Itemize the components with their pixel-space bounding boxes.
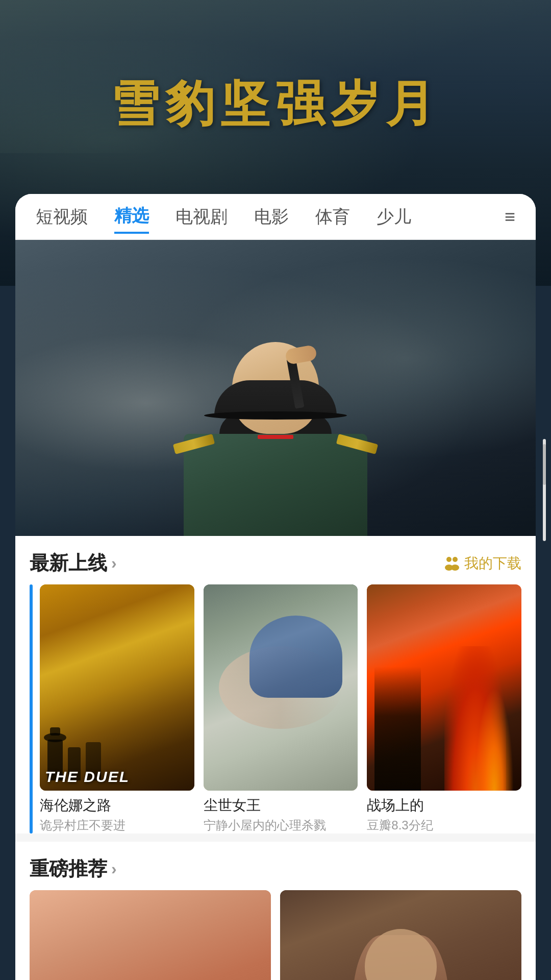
movie-card-duel[interactable]: THE DUEL 海伦娜之路 诡异村庄不要进 bbox=[40, 584, 194, 834]
movie-thumb-battle bbox=[367, 584, 521, 791]
svg-point-1 bbox=[453, 557, 458, 562]
movie-title-queen: 尘世女王 bbox=[204, 796, 358, 815]
recommend-cards: 全20集 爱的代价 全40集 江湖正道·斗顽匪 bbox=[30, 890, 521, 980]
recommend-card-river[interactable]: 全40集 江湖正道·斗顽匪 bbox=[280, 890, 521, 980]
nav-tabs: 短视频 精选 电视剧 电影 体育 少儿 ≡ bbox=[15, 194, 536, 240]
recommend-thumb-river: 全40集 bbox=[280, 890, 521, 980]
download-icon bbox=[443, 554, 461, 573]
new-releases-section: 最新上线 › 我的下载 bbox=[15, 536, 536, 834]
section-divider bbox=[15, 834, 536, 842]
recommendations-arrow[interactable]: › bbox=[111, 860, 117, 878]
recommend-thumb-love: 全20集 bbox=[30, 890, 271, 980]
svg-point-0 bbox=[446, 557, 452, 562]
download-link[interactable]: 我的下载 bbox=[443, 554, 521, 573]
movie-subtitle-battle: 豆瓣8.3分纪 bbox=[367, 817, 521, 834]
tab-featured[interactable]: 精选 bbox=[114, 200, 149, 234]
svg-point-3 bbox=[451, 565, 459, 571]
tab-short[interactable]: 短视频 bbox=[36, 201, 88, 233]
new-releases-title: 最新上线 › bbox=[30, 550, 117, 576]
banner-image bbox=[15, 240, 536, 536]
recommendations-section: 重磅推荐 › 全20集 爱的代价 bbox=[15, 842, 536, 980]
movie-card-battle[interactable]: 战场上的 豆瓣8.3分纪 bbox=[367, 584, 521, 834]
recommend-card-love[interactable]: 全20集 爱的代价 bbox=[30, 890, 271, 980]
movie-card-queen[interactable]: 尘世女王 宁静小屋内的心理杀戮 bbox=[204, 584, 358, 834]
movie-subtitle-duel: 诡异村庄不要进 bbox=[40, 817, 194, 834]
duel-title-overlay: THE DUEL bbox=[45, 768, 130, 786]
movie-subtitle-queen: 宁静小屋内的心理杀戮 bbox=[204, 817, 358, 834]
new-releases-header: 最新上线 › 我的下载 bbox=[30, 536, 521, 584]
content-card: 短视频 精选 电视剧 电影 体育 少儿 ≡ bbox=[15, 194, 536, 980]
movie-thumb-queen bbox=[204, 584, 358, 791]
tab-sports[interactable]: 体育 bbox=[315, 201, 350, 233]
movie-title-battle: 战场上的 bbox=[367, 796, 521, 815]
new-releases-row: THE DUEL 海伦娜之路 诡异村庄不要进 尘世女王 宁静小屋内的 bbox=[30, 584, 521, 834]
scrollbar-thumb bbox=[543, 444, 546, 485]
featured-banner[interactable] bbox=[15, 240, 536, 536]
tab-tv[interactable]: 电视剧 bbox=[176, 201, 228, 233]
movie-thumb-duel: THE DUEL bbox=[40, 584, 194, 791]
tab-children[interactable]: 少儿 bbox=[377, 201, 411, 233]
recommendations-title: 重磅推荐 › bbox=[30, 856, 117, 882]
tab-movie[interactable]: 电影 bbox=[254, 201, 289, 233]
scrollbar[interactable] bbox=[543, 439, 546, 541]
movie-cards: THE DUEL 海伦娜之路 诡异村庄不要进 尘世女王 宁静小屋内的 bbox=[33, 584, 521, 834]
recommendations-header: 重磅推荐 › bbox=[30, 842, 521, 890]
hero-title: 雪豹坚强岁月 bbox=[0, 71, 551, 138]
new-releases-arrow[interactable]: › bbox=[111, 554, 117, 573]
menu-icon[interactable]: ≡ bbox=[505, 206, 515, 228]
movie-title-duel: 海伦娜之路 bbox=[40, 796, 194, 815]
